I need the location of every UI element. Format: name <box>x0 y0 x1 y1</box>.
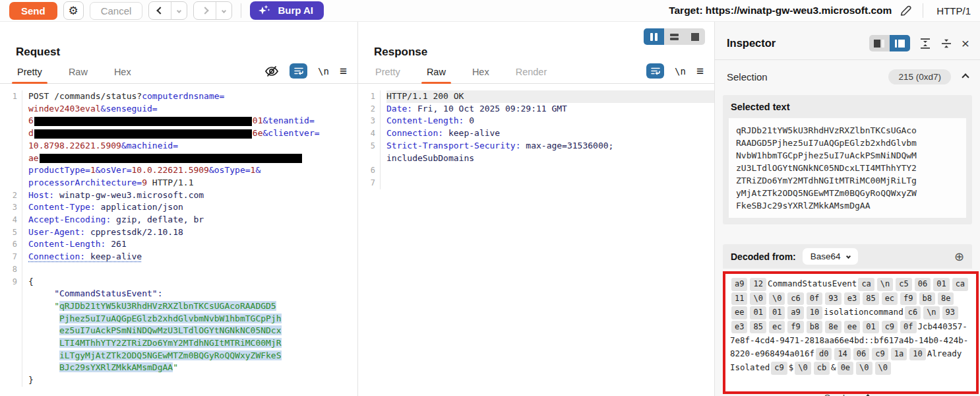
hex-byte-chip: f9 <box>787 321 803 334</box>
code-segment: 9 <box>142 178 147 187</box>
line-number: 9 <box>7 276 22 288</box>
decoded-value-box[interactable]: a912CommandStatusEventca\nc50601ca11\0\0… <box>723 271 979 394</box>
code-line: 6 <box>365 164 714 177</box>
eye-slash-icon[interactable] <box>264 65 279 77</box>
code-segment: &senseguid= <box>101 104 158 114</box>
editor-menu-button[interactable]: ≡ <box>340 65 347 77</box>
selected-text-section: Selected text qRJDb21tYW5kU3RhdHVzRXZlbn… <box>723 95 972 224</box>
tab-render[interactable]: Render <box>514 67 549 83</box>
code-line: processorArchitecture=9 HTTP/1.1 <box>7 177 357 189</box>
request-tabs: PrettyRawHex <box>16 67 156 83</box>
code-segment: Fri, 10 Oct 2025 09:29:11 GMT <box>412 104 567 114</box>
cancel-button[interactable]: Cancel <box>90 2 143 20</box>
forward-button[interactable] <box>194 2 216 19</box>
line-number <box>7 374 22 387</box>
response-editor[interactable]: 1HTTP/1.1 200 OK2Date: Fri, 10 Oct 2025 … <box>358 84 714 189</box>
layout-columns-button[interactable] <box>644 28 664 45</box>
code-segment: application/json <box>96 202 183 212</box>
forward-dropdown-button[interactable] <box>216 2 231 19</box>
line-number: 2 <box>365 103 381 116</box>
selected-text-line: qRJDb21tYW5kU3RhdHVzRXZlbnTKCsUGAco <box>736 124 959 137</box>
close-inspector-button[interactable]: × <box>962 36 969 50</box>
soft-wrap-toggle[interactable] <box>290 63 307 79</box>
code-segment: Connection: <box>28 251 85 261</box>
burp-ai-button[interactable]: Burp AI <box>250 1 324 20</box>
code-segment: &machineid= <box>121 141 178 150</box>
dock-left-button[interactable] <box>869 35 890 51</box>
http-version-selector[interactable]: HTTP/1 <box>934 5 971 16</box>
layout-single-button[interactable] <box>685 28 705 45</box>
tab-pretty[interactable]: Pretty <box>374 67 402 83</box>
tab-pretty[interactable]: Pretty <box>16 67 44 83</box>
code-segment: Content-Length: <box>28 239 106 249</box>
tab-hex[interactable]: Hex <box>471 67 491 83</box>
selection-accordion-header[interactable]: Selection 215 (0xd7) <box>715 60 980 92</box>
hex-byte-chip: 0e <box>838 362 853 375</box>
main-area: Request PrettyRawHex \n ≡ <box>0 22 980 396</box>
add-decoding-button[interactable]: ⊕ <box>954 249 964 264</box>
line-number <box>7 350 22 362</box>
encoding-dropdown[interactable]: Base64 <box>803 248 858 265</box>
history-forward-group <box>193 1 232 20</box>
layout-rows-button[interactable] <box>664 28 685 45</box>
hex-byte-chip: ca <box>858 278 874 291</box>
line-number <box>7 127 22 140</box>
plus-circle-icon: ⊕ <box>954 250 964 263</box>
newline-toggle[interactable]: \n <box>318 66 329 77</box>
selected-text-line: FkeSBJc29sYXRlZMkkAMsmDgAA <box>736 199 959 212</box>
hex-byte-chip: c6 <box>787 292 803 306</box>
code-segment: " <box>28 301 59 311</box>
chevron-down-icon <box>222 8 226 13</box>
newline-toggle[interactable]: \n <box>675 66 686 77</box>
back-button[interactable] <box>149 2 171 19</box>
line-number <box>7 300 22 313</box>
code-segment: keep-alive <box>443 128 500 138</box>
inspector-header: Inspector <box>715 22 980 60</box>
code-text: Date: Fri, 10 Oct 2025 09:29:11 GMT <box>386 103 567 116</box>
tab-hex[interactable]: Hex <box>113 67 133 83</box>
code-text: Host: winatp-gw-weu3.microsoft.com <box>28 189 204 202</box>
hex-byte-chip: c9 <box>872 348 888 361</box>
dock-right-icon <box>898 40 905 48</box>
code-text: Connection: keep-alive <box>386 127 500 140</box>
back-dropdown-button[interactable] <box>171 2 187 19</box>
pencil-icon[interactable] <box>900 5 912 16</box>
toolbar-right: Target: https://winatp-gw-weu3.microsoft… <box>669 3 971 18</box>
code-line: Pjhez5uI7uAQGpEGlzb2xhdGlvbmNvbW1hbmTGCp… <box>7 313 357 325</box>
code-line: 4Connection: keep-alive <box>365 127 714 140</box>
code-segment: 6e <box>253 128 263 138</box>
code-line: productType=1&osVer=10.0.22621.5909&osTy… <box>7 164 357 177</box>
request-editor[interactable]: 1POST /commands/status?computerdnsname=w… <box>0 84 357 387</box>
code-text: "CommandStatusEvent": <box>28 288 163 300</box>
response-title: Response <box>374 46 714 59</box>
line-number: 3 <box>365 115 381 127</box>
line-number: 6 <box>7 238 22 251</box>
tab-raw[interactable]: Raw <box>425 67 447 83</box>
code-text: { <box>28 276 34 288</box>
request-panel: Request PrettyRawHex \n ≡ <box>0 22 358 396</box>
expand-sections-button[interactable] <box>919 38 931 50</box>
line-number: 7 <box>7 251 22 263</box>
request-title: Request <box>16 46 357 59</box>
collapse-sections-button[interactable] <box>940 38 952 50</box>
hex-byte-chip: \0 <box>750 292 766 306</box>
selected-text-box[interactable]: qRJDb21tYW5kU3RhdHVzRXZlbnTKCsUGAcoRAADG… <box>729 118 966 218</box>
hex-byte-chip: e3 <box>731 321 747 334</box>
editor-menu-button[interactable]: ≡ <box>696 65 704 77</box>
code-segment: keep-alive <box>85 251 142 261</box>
see-less-button[interactable]: See less <box>715 393 980 396</box>
code-line: 2Date: Fri, 10 Oct 2025 09:29:11 GMT <box>365 103 714 116</box>
send-button[interactable]: Send <box>9 2 57 20</box>
settings-button[interactable]: ⚙ <box>63 1 84 20</box>
target-url-label: Target: https://winatp-gw-weu3.microsoft… <box>669 5 892 16</box>
line-number <box>7 152 22 165</box>
hex-byte-chip: 0f <box>900 321 916 334</box>
selection-label: Selection <box>727 71 768 82</box>
code-line: 3Content-Length: 0 <box>365 115 714 127</box>
hex-byte-chip: c9 <box>771 362 787 375</box>
code-segment: computerdnsname= <box>142 91 224 101</box>
soft-wrap-toggle[interactable] <box>646 63 664 79</box>
dock-right-button[interactable] <box>890 35 910 51</box>
code-segment: HTTP/1.1 200 OK <box>386 91 464 101</box>
tab-raw[interactable]: Raw <box>67 67 89 83</box>
